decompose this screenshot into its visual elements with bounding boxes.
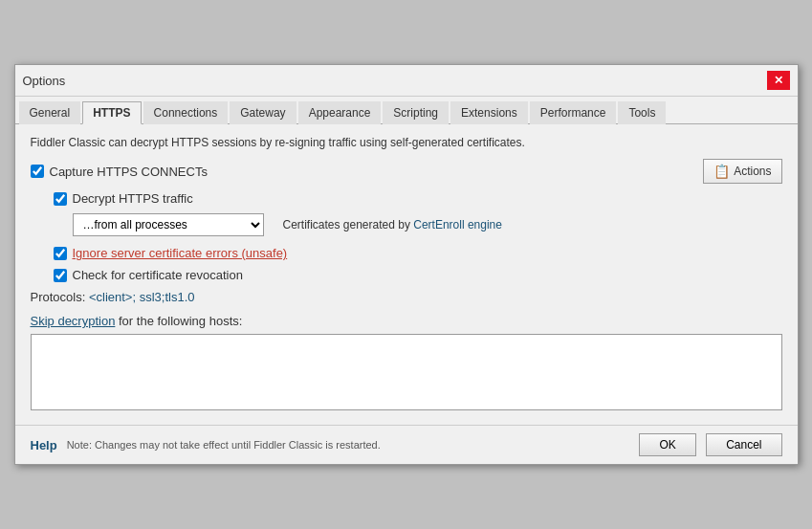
tab-bar: General HTTPS Connections Gateway Appear… — [15, 97, 798, 124]
close-button[interactable]: ✕ — [767, 71, 790, 90]
window-title: Options — [23, 74, 66, 88]
check-revocation-label: Check for certificate revocation — [73, 268, 243, 282]
decrypt-row: Decrypt HTTPS traffic — [54, 191, 782, 206]
actions-icon: 📋 — [713, 164, 730, 179]
check-revocation-row: Check for certificate revocation — [54, 268, 782, 282]
ignore-cert-checkbox[interactable] — [54, 247, 67, 260]
capture-checkbox-row: Capture HTTPS CONNECTs — [31, 165, 208, 179]
actions-button[interactable]: 📋 Actions — [703, 159, 781, 184]
tab-https[interactable]: HTTPS — [82, 101, 141, 124]
ignore-cert-label[interactable]: Ignore server certificate errors (unsafe… — [73, 246, 288, 260]
check-revocation-checkbox[interactable] — [54, 269, 67, 282]
tab-performance[interactable]: Performance — [530, 101, 617, 124]
tab-general[interactable]: General — [19, 101, 81, 124]
tab-connections[interactable]: Connections — [143, 101, 229, 124]
tab-extensions[interactable]: Extensions — [450, 101, 528, 124]
protocols-row: Protocols: <client>; ssl3;tls1.0 — [31, 290, 782, 304]
skip-text: for the following hosts: — [115, 314, 242, 328]
description-text: Fiddler Classic can decrypt HTTPS sessio… — [31, 136, 782, 149]
footer-note: Note: Changes may not take effect until … — [67, 439, 629, 451]
capture-checkbox[interactable] — [31, 165, 44, 178]
capture-row: Capture HTTPS CONNECTs 📋 Actions — [31, 159, 782, 184]
tab-scripting[interactable]: Scripting — [383, 101, 449, 124]
help-link[interactable]: Help — [31, 438, 57, 452]
decrypt-label: Decrypt HTTPS traffic — [73, 191, 193, 206]
capture-label: Capture HTTPS CONNECTs — [50, 165, 208, 179]
skip-decryption-link[interactable]: Skip decryption — [31, 314, 116, 328]
decrypt-checkbox[interactable] — [54, 192, 67, 206]
certenroll-text: Certificates generated by CertEnroll eng… — [283, 218, 502, 231]
dropdown-row: …from all processes …from browsers only … — [73, 213, 782, 236]
process-dropdown[interactable]: …from all processes …from browsers only … — [73, 213, 264, 236]
skip-row: Skip decryption for the following hosts: — [31, 314, 782, 328]
certenroll-link[interactable]: CertEnroll engine — [413, 218, 502, 231]
protocols-label: Protocols: — [31, 290, 89, 304]
cancel-button[interactable]: Cancel — [706, 433, 781, 456]
ok-button[interactable]: OK — [639, 433, 696, 456]
actions-label: Actions — [734, 165, 771, 178]
title-bar: Options ✕ — [15, 65, 798, 97]
footer: Help Note: Changes may not take effect u… — [15, 425, 798, 464]
hosts-textarea[interactable] — [31, 334, 782, 410]
ignore-cert-row: Ignore server certificate errors (unsafe… — [54, 246, 782, 260]
options-window: Options ✕ General HTTPS Connections Gate… — [14, 64, 799, 465]
protocols-value[interactable]: <client>; ssl3;tls1.0 — [89, 290, 195, 304]
certenroll-prefix: Certificates generated by — [283, 218, 414, 231]
tab-gateway[interactable]: Gateway — [230, 101, 296, 124]
tab-content: Fiddler Classic can decrypt HTTPS sessio… — [15, 124, 798, 425]
tab-appearance[interactable]: Appearance — [298, 101, 382, 124]
tab-tools[interactable]: Tools — [618, 101, 666, 124]
